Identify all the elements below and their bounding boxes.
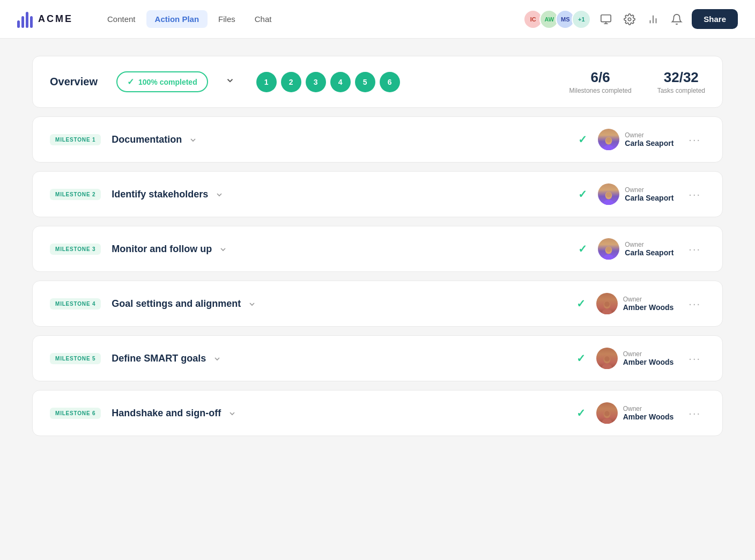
milestone-check-5: ✓: [576, 352, 586, 365]
owner-block-3: Owner Carla Seaport: [598, 238, 673, 260]
overview-label: Overview: [50, 76, 103, 88]
milestone-dot-6[interactable]: 6: [380, 72, 400, 92]
owner-name-6: Amber Woods: [623, 412, 674, 421]
chart-icon[interactable]: [647, 13, 660, 26]
overview-card: Overview ✓ 100% completed 1 2 3 4 5 6 6: [32, 56, 723, 108]
logo-bar-1: [17, 20, 20, 28]
nav-chat[interactable]: Chat: [246, 10, 280, 28]
nav-action-plan[interactable]: Action Plan: [146, 10, 208, 28]
svg-point-9: [606, 192, 611, 197]
milestone-dot-4[interactable]: 4: [330, 72, 351, 92]
owner-label-6: Owner: [623, 405, 674, 412]
milestone-title-5: Define SMART goals: [112, 353, 565, 364]
logo: ACME: [17, 11, 73, 28]
milestones-label: Milestones completed: [569, 87, 632, 94]
owner-name-4: Amber Woods: [623, 303, 674, 312]
owner-avatar-2: [598, 183, 619, 205]
milestone-title-4: Goal settings and alignment: [112, 298, 565, 310]
milestone-right-1: ✓ Owner Carla Seaport ···: [578, 129, 705, 150]
owner-label-5: Owner: [623, 350, 674, 358]
milestone-card-6: MILESTONE 6 Handshake and sign-off ✓: [32, 390, 723, 436]
milestone-dots: 1 2 3 4 5 6: [256, 72, 400, 92]
milestone-dot-2[interactable]: 2: [281, 72, 301, 92]
milestone-card-1: MILESTONE 1 Documentation ✓: [32, 116, 723, 163]
owner-block-1: Owner Carla Seaport: [598, 129, 673, 150]
logo-bar-2: [21, 16, 24, 28]
owner-block-4: Owner Amber Woods: [596, 293, 674, 314]
owner-label-4: Owner: [623, 296, 674, 303]
logo-icon: [17, 11, 33, 28]
milestone-title-6: Handshake and sign-off: [112, 408, 565, 419]
main-content: Overview ✓ 100% completed 1 2 3 4 5 6 6: [0, 39, 755, 462]
overview-chevron[interactable]: [221, 73, 239, 90]
nav-content[interactable]: Content: [99, 10, 144, 28]
svg-point-13: [604, 254, 613, 260]
milestone-check-3: ✓: [578, 242, 587, 255]
owner-info-2: Owner Carla Seaport: [625, 186, 673, 202]
milestone-check-6: ✓: [576, 407, 586, 419]
svg-point-7: [604, 145, 613, 150]
milestone-dot-1[interactable]: 1: [256, 72, 277, 92]
milestone-check-2: ✓: [578, 188, 587, 201]
more-button-6[interactable]: ···: [684, 405, 705, 422]
svg-point-22: [602, 418, 612, 424]
more-button-2[interactable]: ···: [684, 186, 705, 203]
svg-rect-0: [601, 14, 611, 21]
milestones-stat: 6/6 Milestones completed: [569, 69, 632, 94]
milestone-title-2: Identify stakeholders: [112, 189, 567, 200]
avatar-plus[interactable]: +1: [572, 10, 591, 29]
share-button[interactable]: Share: [692, 9, 738, 29]
owner-info-5: Owner Amber Woods: [623, 350, 674, 366]
milestone-check-4: ✓: [576, 297, 586, 310]
milestones-container: MILESTONE 1 Documentation ✓: [32, 116, 723, 436]
more-button-3[interactable]: ···: [684, 241, 705, 257]
logo-bar-3: [26, 12, 28, 28]
milestone-dot-3[interactable]: 3: [306, 72, 326, 92]
tasks-stat: 32/32 Tasks completed: [657, 69, 705, 94]
svg-point-18: [604, 356, 610, 362]
milestone-card-5: MILESTONE 5 Define SMART goals ✓: [32, 335, 723, 381]
logo-bar-4: [30, 16, 33, 28]
owner-avatar-6: [596, 402, 618, 424]
completed-badge: ✓ 100% completed: [116, 71, 208, 92]
owner-avatar-5: [596, 348, 618, 369]
bell-icon[interactable]: [670, 13, 683, 26]
owner-info-3: Owner Carla Seaport: [625, 241, 673, 257]
owner-name-1: Carla Seaport: [625, 139, 673, 148]
svg-point-12: [606, 247, 611, 252]
milestone-title-1: Documentation: [112, 134, 567, 145]
logo-text: ACME: [38, 13, 73, 25]
owner-avatar-4: [596, 293, 618, 314]
monitor-icon[interactable]: [599, 13, 612, 26]
milestone-right-2: ✓ Owner Carla Seaport ···: [578, 183, 705, 205]
completed-badge-text: 100% completed: [138, 78, 197, 86]
milestone-badge-2: MILESTONE 2: [50, 189, 101, 200]
milestone-right-4: ✓ Owner Amber Woods ···: [576, 293, 705, 314]
settings-icon[interactable]: [623, 13, 636, 26]
owner-info-1: Owner Carla Seaport: [625, 131, 673, 148]
owner-info-4: Owner Amber Woods: [623, 296, 674, 312]
owner-name-5: Amber Woods: [623, 358, 674, 366]
milestone-badge-6: MILESTONE 6: [50, 408, 101, 419]
nav-files[interactable]: Files: [210, 10, 244, 28]
milestone-badge-1: MILESTONE 1: [50, 134, 101, 145]
milestone-right-6: ✓ Owner Amber Woods ···: [576, 402, 705, 424]
svg-point-19: [602, 364, 612, 369]
owner-avatar-3: [598, 238, 619, 260]
svg-point-16: [602, 309, 612, 314]
milestone-badge-5: MILESTONE 5: [50, 353, 101, 364]
check-icon: ✓: [127, 77, 134, 87]
svg-point-15: [604, 301, 610, 307]
owner-block-5: Owner Amber Woods: [596, 348, 674, 369]
more-button-1[interactable]: ···: [684, 131, 705, 148]
more-button-5[interactable]: ···: [684, 350, 705, 367]
owner-name-3: Carla Seaport: [625, 248, 673, 257]
more-button-4[interactable]: ···: [684, 296, 705, 312]
user-avatars: IC AW MS +1: [523, 10, 591, 29]
svg-point-1: [628, 18, 632, 21]
owner-label-1: Owner: [625, 131, 673, 139]
milestone-dot-5[interactable]: 5: [355, 72, 375, 92]
milestone-check-1: ✓: [578, 133, 587, 146]
header: ACME Content Action Plan Files Chat IC A…: [0, 0, 755, 39]
tasks-label: Tasks completed: [657, 87, 705, 94]
